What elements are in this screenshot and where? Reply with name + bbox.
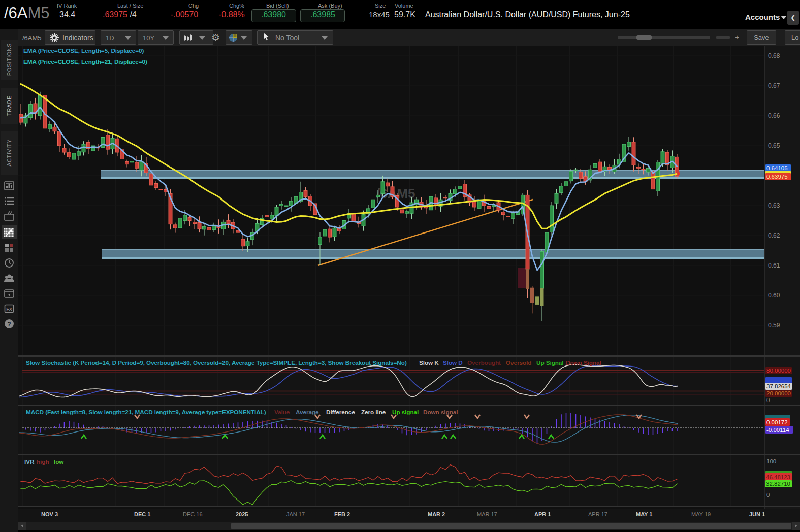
- svg-text:0: 0: [766, 492, 770, 498]
- svg-text:Slow Stochastic (K Period=14,: Slow Stochastic (K Period=14, D Period=9…: [26, 359, 407, 367]
- svg-text:?: ?: [7, 321, 11, 328]
- svg-text:0: 0: [766, 397, 770, 403]
- svg-text:0.66: 0.66: [768, 112, 780, 119]
- svg-text:46.48123: 46.48123: [766, 474, 790, 480]
- svg-text:IVR: IVR: [24, 458, 35, 466]
- svg-text:Down Signal: Down Signal: [566, 359, 601, 367]
- svg-text:Average: Average: [296, 409, 319, 416]
- svg-text:EMA (Price=CLOSE, Length=5, Di: EMA (Price=CLOSE, Length=5, Displace=0): [23, 47, 144, 54]
- svg-text:0.64105: 0.64105: [766, 165, 788, 171]
- svg-text:Down signal: Down signal: [423, 409, 458, 416]
- svg-text:Slow D: Slow D: [443, 359, 463, 367]
- svg-text:0.00172: 0.00172: [766, 419, 788, 425]
- svg-text:32.82710: 32.82710: [766, 481, 790, 487]
- svg-text:0.63975: 0.63975: [766, 174, 788, 180]
- svg-text:EMA (Price=CLOSE, Length=21, D: EMA (Price=CLOSE, Length=21, Displace=0): [23, 58, 147, 65]
- svg-text:0.62: 0.62: [768, 232, 780, 239]
- svg-text:-0.00114: -0.00114: [766, 427, 789, 433]
- svg-text:Slow K: Slow K: [419, 359, 439, 367]
- svg-text:0.59: 0.59: [768, 322, 780, 329]
- svg-text:Zero line: Zero line: [361, 409, 386, 416]
- svg-text:100: 100: [766, 458, 776, 464]
- svg-text:Overbought: Overbought: [467, 359, 501, 367]
- svg-text:0.68: 0.68: [768, 52, 780, 59]
- svg-text:Up Signal: Up Signal: [536, 359, 564, 367]
- svg-text:0.67: 0.67: [768, 82, 780, 89]
- svg-text:0.61: 0.61: [768, 262, 780, 269]
- svg-text:80.00000: 80.00000: [766, 368, 791, 374]
- svg-text:Oversold: Oversold: [506, 359, 531, 367]
- svg-text:Up signal: Up signal: [392, 409, 419, 416]
- svg-text:37.82654: 37.82654: [766, 383, 791, 389]
- svg-text:high: high: [37, 458, 49, 466]
- svg-text:FX: FX: [6, 307, 12, 312]
- svg-text:20.00000: 20.00000: [766, 390, 791, 396]
- svg-text:Value: Value: [274, 409, 290, 416]
- svg-text:low: low: [54, 458, 64, 466]
- svg-text:0.63: 0.63: [768, 202, 780, 209]
- svg-text:MACD (Fast length=8, Slow leng: MACD (Fast length=8, Slow length=21, MAC…: [26, 409, 266, 416]
- svg-text:Difference: Difference: [326, 409, 355, 416]
- svg-text:0.65: 0.65: [768, 142, 780, 149]
- svg-text:0.60: 0.60: [768, 292, 780, 299]
